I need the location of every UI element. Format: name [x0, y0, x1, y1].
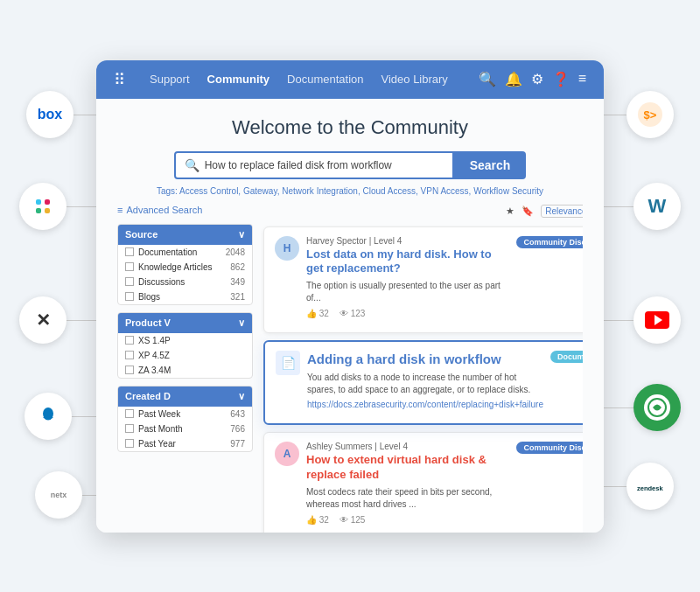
main-content: Welcome to the Community 🔍 How to replac… — [96, 99, 604, 533]
tags-list: Access Control, Gateway, Network Integra… — [179, 186, 543, 196]
filter-item-discussions[interactable]: Discussions 349 — [118, 275, 252, 289]
views-3: 👁 125 — [340, 515, 365, 525]
filter-item-za34m[interactable]: ZA 3.4M — [118, 363, 252, 378]
result-footer-1: 👍 32 👁 123 — [306, 309, 509, 318]
filter-item-past-month[interactable]: Past Month 766 — [118, 421, 252, 436]
result-meta-2: Adding a hard disk in workflow You add d… — [307, 351, 543, 409]
result-title-1[interactable]: Lost data on my hard disk. How to get re… — [306, 247, 509, 277]
chevron-down-icon: ∨ — [238, 229, 245, 240]
created-filter: Created D ∨ Past Week 643 — [117, 386, 253, 452]
search-icon: 🔍 — [185, 158, 200, 172]
likes-1: 👍 32 — [306, 309, 329, 318]
bookmark-icon: 🔖 — [522, 205, 534, 217]
result-snippet-1: The option is usually presented to the u… — [306, 280, 509, 304]
checkbox-past-year[interactable] — [125, 439, 134, 448]
svg-rect-0 — [36, 199, 41, 205]
browser-card: ⠿ Support Community Documentation Video … — [96, 60, 604, 533]
nav-video-library[interactable]: Video Library — [382, 73, 448, 86]
relevance-select[interactable]: Relevance — [541, 205, 583, 218]
product-filter: Product V ∨ XS 1.4P XP — [117, 312, 253, 379]
result-url-2[interactable]: https://docs.zebrasecurity.com/content/r… — [307, 400, 543, 409]
result-meta-1: Harvey Spector | Level 4 Lost data on my… — [306, 236, 509, 319]
svg-rect-1 — [36, 208, 41, 213]
search-bar-row: 🔍 How to replace failed disk from workfl… — [117, 151, 583, 179]
advanced-search-bar[interactable]: ≡ Advanced Search — [117, 205, 253, 215]
brand-x: ✕ — [19, 296, 66, 344]
search-button[interactable]: Search — [454, 151, 527, 179]
result-meta-3: Ashley Summers | Level 4 How to extend v… — [306, 442, 509, 525]
chevron-down-icon-created: ∨ — [238, 391, 245, 402]
result-snippet-2: You add disks to a node to increase the … — [307, 372, 543, 396]
checkbox-documentation[interactable] — [125, 247, 134, 256]
checkbox-xs14p[interactable] — [125, 336, 134, 345]
result-header-1: H Harvey Spector | Level 4 Lost data on … — [275, 236, 583, 319]
filter-icon: ≡ — [117, 205, 122, 215]
settings-icon[interactable]: ⚙ — [531, 71, 543, 87]
nav-documentation[interactable]: Documentation — [287, 73, 363, 86]
checkbox-za34m[interactable] — [125, 366, 134, 374]
result-author-3: Ashley Summers | Level 4 — [306, 442, 509, 451]
badge-community-3: Community Discussions — [516, 442, 583, 454]
avatar-ashley: A — [275, 442, 299, 466]
brand-slack — [19, 183, 66, 230]
filter-item-past-year[interactable]: Past Year 977 — [118, 436, 252, 451]
result-author-1: Harvey Spector | Level 4 — [306, 236, 509, 246]
brand-box: box — [26, 91, 74, 138]
search-input-wrap: 🔍 How to replace failed disk from workfl… — [174, 151, 454, 179]
checkbox-knowledge[interactable] — [125, 262, 134, 271]
search-input[interactable]: How to replace failed disk from workflow — [205, 159, 392, 171]
checkbox-past-month[interactable] — [125, 424, 134, 433]
results-toolbar: ★ 🔖 Relevance ▾ ☰ ⊞ — [263, 205, 583, 218]
nav-bar: ⠿ Support Community Documentation Video … — [96, 60, 604, 99]
filter-item-blogs[interactable]: Blogs 321 — [118, 289, 252, 304]
result-card-1: H Harvey Spector | Level 4 Lost data on … — [263, 226, 583, 334]
brand-drupal — [24, 393, 72, 440]
filter-item-documentation[interactable]: Documentation 2048 — [118, 245, 252, 260]
gz-logo — [647, 397, 668, 418]
checkbox-blogs[interactable] — [125, 292, 134, 301]
help-icon[interactable]: ❓ — [552, 71, 570, 87]
search-nav-icon[interactable]: 🔍 — [479, 71, 496, 87]
nav-support[interactable]: Support — [150, 73, 190, 86]
star-icon: ★ — [506, 205, 514, 217]
result-card-2: 📄 Adding a hard disk in workflow You add… — [263, 340, 583, 425]
checkbox-discussions[interactable] — [125, 277, 134, 286]
checkbox-xp45z[interactable] — [125, 351, 134, 359]
filter-item-xs14p[interactable]: XS 1.4P — [118, 333, 252, 348]
result-title-3[interactable]: How to extend virtual hard disk & replac… — [306, 453, 509, 483]
zendesk-icon: zendesk — [637, 476, 663, 497]
results-area: ★ 🔖 Relevance ▾ ☰ ⊞ H Harvey Spector | L… — [263, 205, 583, 533]
badge-doc-2: Documentation — [550, 351, 583, 363]
svg-text:$>: $> — [644, 108, 657, 122]
filter-item-past-week[interactable]: Past Week 643 — [118, 407, 252, 421]
svg-rect-3 — [45, 208, 50, 213]
source-filter: Source ∨ Documentation 2048 — [117, 224, 253, 305]
sb-icon: $> — [637, 101, 663, 128]
svg-rect-2 — [45, 199, 50, 205]
checkbox-past-week[interactable] — [125, 409, 134, 418]
drupal-icon — [36, 404, 60, 428]
slack-icon — [31, 194, 55, 219]
likes-3: 👍 32 — [306, 515, 329, 525]
brand-yt — [634, 296, 681, 344]
advanced-search-label: Advanced Search — [126, 205, 202, 215]
nav-icons: 🔍 🔔 ⚙ ❓ ≡ — [479, 71, 586, 87]
nav-community[interactable]: Community — [207, 73, 270, 86]
nav-links: Support Community Documentation Video Li… — [150, 73, 461, 86]
brand-sb: $> — [626, 91, 674, 138]
menu-icon[interactable]: ≡ — [578, 71, 586, 87]
brand-gz — [634, 384, 681, 431]
views-1: 👁 123 — [340, 309, 365, 318]
filter-item-knowledge[interactable]: Knowledge Articles 862 — [118, 260, 252, 275]
bell-icon[interactable]: 🔔 — [505, 71, 522, 87]
created-filter-header: Created D ∨ — [118, 387, 252, 407]
filter-item-xp45z[interactable]: XP 4.5Z — [118, 348, 252, 363]
avatar-doc: 📄 — [276, 351, 300, 375]
result-card-3: A Ashley Summers | Level 4 How to extend… — [263, 432, 583, 533]
result-snippet-3: Most codecs rate their speed in bits per… — [306, 486, 509, 511]
tags-row: Tags: Access Control, Gateway, Network I… — [117, 186, 583, 196]
brand-zendesk: zendesk — [626, 463, 674, 510]
product-filter-header: Product V ∨ — [118, 313, 252, 333]
badge-community-1: Community Discussions — [516, 236, 583, 248]
result-title-2[interactable]: Adding a hard disk in workflow — [307, 351, 543, 368]
